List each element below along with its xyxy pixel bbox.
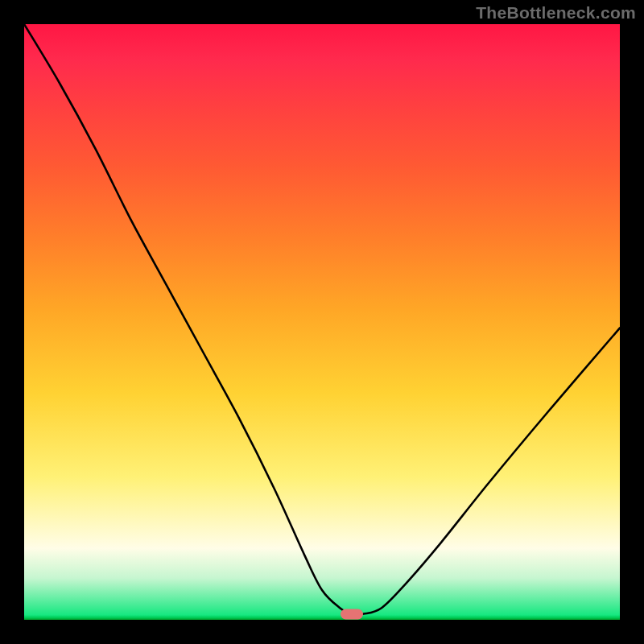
- bottleneck-chart-frame: TheBottleneck.com: [0, 0, 644, 644]
- watermark-text: TheBottleneck.com: [476, 3, 636, 23]
- plot-area: [24, 24, 620, 620]
- bottleneck-curve-line: [24, 24, 620, 615]
- curve-svg: [24, 24, 620, 620]
- optimal-point-marker: [341, 609, 363, 619]
